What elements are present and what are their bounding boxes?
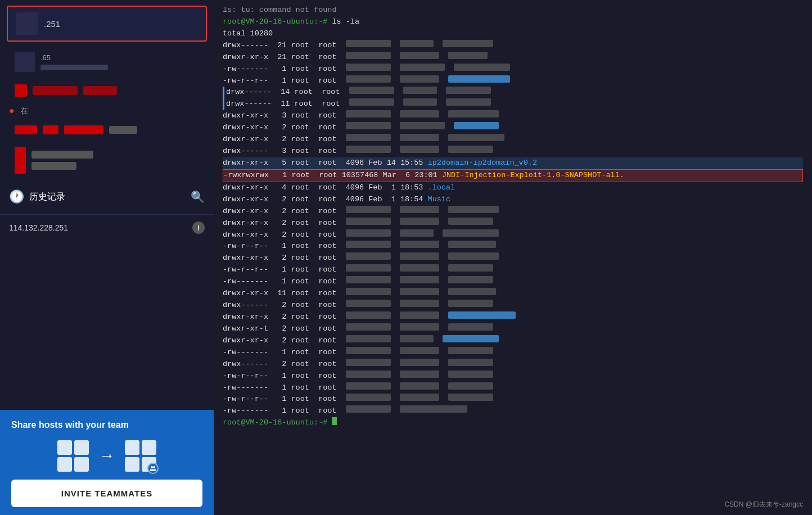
blur-d35 <box>400 405 467 413</box>
blur-text-1 <box>33 86 78 95</box>
blurred-host-row-3[interactable] <box>7 142 207 178</box>
blur-n19 <box>448 218 493 225</box>
blur-name-8 <box>454 122 499 129</box>
search-icon[interactable]: 🔍 <box>191 190 205 204</box>
blur-d22 <box>400 252 439 260</box>
term-line-23: -rw-r--r-- 1 root root <box>223 264 803 276</box>
term-line-3: total 10280 <box>223 28 803 40</box>
blur-d24 <box>400 276 439 283</box>
term-line-28: drwxr-xr-t 2 root root <box>223 323 803 335</box>
blur-s20 <box>346 229 391 237</box>
blur-s26 <box>346 300 391 307</box>
term-final-prompt: root@VM-20-16-ubuntu:~# <box>223 417 803 429</box>
share-arrow-icon: → <box>99 447 115 465</box>
divider <box>0 214 214 215</box>
blur-size-10 <box>346 146 391 153</box>
term-line-15-highlighted: -rwxrwxrwx 1 root root 10357468 Mar 6 23… <box>223 169 803 182</box>
blur-d29 <box>400 335 434 342</box>
grid-cell-2 <box>74 440 89 455</box>
blur-date-8 <box>400 122 445 129</box>
blur-s23 <box>346 264 391 272</box>
blur-d26 <box>400 300 439 307</box>
blur-n27 <box>448 311 516 319</box>
invite-teammates-button[interactable]: INVITE TEAMMATES <box>11 480 202 507</box>
gray-blur <box>109 126 137 134</box>
blur-s25 <box>346 288 391 295</box>
selected-host-ip: .251 <box>44 19 60 29</box>
blur-d33 <box>400 382 439 390</box>
term-line-14: drwxr-xr-x 5 root root 4096 Feb 14 15:55… <box>223 157 803 169</box>
blurred-host-row-2[interactable] <box>7 121 207 139</box>
host-grid-icon <box>57 440 89 472</box>
blur-s32 <box>346 371 391 378</box>
blur-s24 <box>346 276 391 283</box>
term-line-20: drwxr-xr-x 2 root root <box>223 229 803 241</box>
host-item-2[interactable]: .65 <box>7 47 207 76</box>
blur-d28 <box>400 323 439 331</box>
gray-blur-3 <box>31 162 76 170</box>
grid-cell-1 <box>57 440 72 455</box>
jp-label-row: ● 在 <box>0 105 214 118</box>
blur-n32 <box>448 371 493 378</box>
term-line-19: drwxr-xr-x 2 root root <box>223 218 803 229</box>
term-line-21: -rw-r--r-- 1 root root <box>223 241 803 252</box>
blur-s21 <box>346 241 391 248</box>
blur-d31 <box>400 359 439 366</box>
blur-d30 <box>400 347 439 354</box>
blur-d27 <box>400 311 439 319</box>
host-label-bar <box>40 65 108 70</box>
blur-s33 <box>346 382 391 390</box>
term-line-6: -rw------- 1 root root <box>223 64 803 75</box>
jp-char: 在 <box>20 106 28 115</box>
blur-text-2 <box>83 86 117 95</box>
blur-n21 <box>448 241 496 248</box>
blur-name-10 <box>448 146 493 153</box>
term-line-17: drwxr-xr-x 2 root root 4096 Feb 1 18:54 … <box>223 194 803 206</box>
term-line-7: -rw-r--r-- 1 root root <box>223 75 803 87</box>
term-line-31: drwx------ 2 root root <box>223 359 803 371</box>
blur-name-5 <box>446 87 491 94</box>
host-ip-2: .65 <box>40 53 199 62</box>
blur-date-10 <box>400 146 439 153</box>
team-cell-2 <box>142 440 156 455</box>
host-info-2: .65 <box>40 53 199 70</box>
warning-icon: ! <box>192 222 205 234</box>
blur-name-6 <box>446 98 491 106</box>
blur-d21 <box>400 241 439 248</box>
blur-name-2 <box>448 52 488 59</box>
team-grid-icon <box>125 440 156 472</box>
blur-d25 <box>400 288 439 295</box>
red-tall-block <box>15 147 26 174</box>
blur-s29 <box>346 335 391 342</box>
blur-n22 <box>448 252 499 260</box>
red-rect-2 <box>43 125 58 134</box>
selected-host-item[interactable]: .251 <box>7 6 207 42</box>
sidebar: .251 .65 ● 在 <box>0 0 214 515</box>
svg-point-1 <box>153 466 155 468</box>
blur-d20 <box>400 229 434 237</box>
history-icon: 🕐 <box>9 189 24 204</box>
blur-s34 <box>346 394 391 401</box>
blur-name-1 <box>443 40 493 47</box>
blur-d18 <box>400 206 439 213</box>
history-section: 🕐 历史记录 🔍 <box>0 182 214 212</box>
blur-s35 <box>346 405 391 413</box>
term-line-29: drwxr-xr-x 2 root root <box>223 335 803 347</box>
blur-d19 <box>400 218 439 225</box>
term-line-12: drwxr-xr-x 2 root root <box>223 134 803 146</box>
blurred-host-row-1[interactable] <box>7 80 207 101</box>
blur-d32 <box>400 371 439 378</box>
grid-cell-3 <box>57 457 72 472</box>
svg-point-0 <box>151 466 153 468</box>
blur-size-1 <box>346 40 391 47</box>
term-line-9: drwx------ 11 root root <box>223 98 803 110</box>
blur-s18 <box>346 206 391 213</box>
blur-name-3 <box>454 64 510 71</box>
blur-date-2 <box>400 52 439 59</box>
host-avatar-selected <box>16 12 38 35</box>
grid-cell-4 <box>74 457 89 472</box>
blur-s27 <box>346 311 391 319</box>
blur-name-4 <box>448 75 510 83</box>
share-illustration: → <box>11 440 202 472</box>
blur-name-7 <box>448 110 499 118</box>
